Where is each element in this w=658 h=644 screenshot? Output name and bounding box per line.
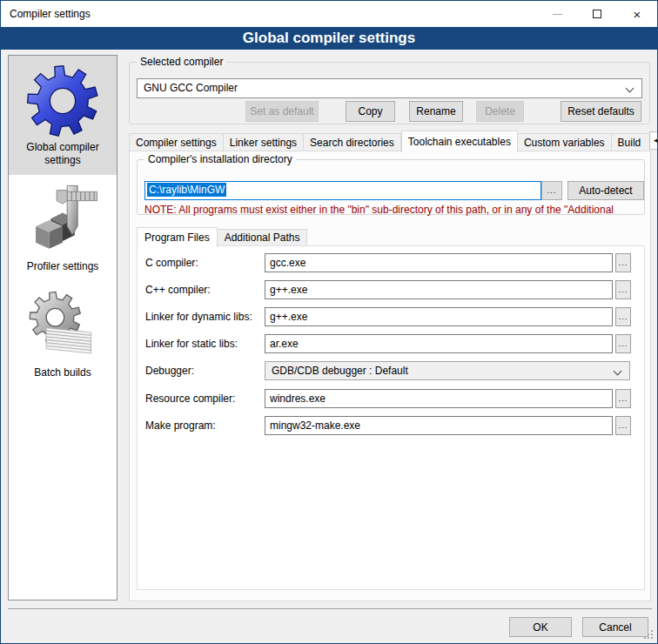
- chevron-down-icon: [614, 367, 622, 376]
- auto-detect-button[interactable]: Auto-detect: [567, 181, 644, 200]
- tab-compiler-settings[interactable]: Compiler settings: [129, 133, 224, 151]
- debugger-select[interactable]: GDB/CDB debugger : Default: [265, 361, 630, 380]
- browse-button[interactable]: ...: [615, 307, 631, 326]
- ok-button[interactable]: OK: [509, 617, 572, 637]
- field-row-cpp-compiler: C++ compiler: ...: [138, 280, 644, 299]
- cancel-button[interactable]: Cancel: [582, 617, 648, 637]
- tab-scroll-left-button[interactable]: ◄: [649, 131, 658, 150]
- field-label: Linker for dynamic libs:: [145, 311, 252, 323]
- field-row-debugger: Debugger: GDB/CDB debugger : Default: [138, 361, 644, 380]
- title-bar: Compiler settings ×: [1, 1, 657, 27]
- tab-custom-variables[interactable]: Custom variables: [518, 133, 612, 151]
- resource-compiler-input[interactable]: [265, 389, 613, 408]
- close-icon: ×: [634, 7, 641, 22]
- compiler-select-value: GNU GCC Compiler: [144, 82, 238, 94]
- sidebar-item-global-compiler-settings[interactable]: Global compiler settings: [9, 56, 117, 175]
- minimize-button[interactable]: [537, 1, 577, 27]
- blue-gear-icon: [25, 64, 100, 138]
- caption-buttons: ×: [537, 1, 657, 27]
- browse-button[interactable]: ...: [615, 253, 631, 272]
- field-label: Debugger:: [145, 365, 194, 377]
- browse-button[interactable]: ...: [615, 389, 631, 408]
- tab-build-options[interactable]: Build: [612, 133, 648, 151]
- minimize-icon: [553, 14, 562, 15]
- field-row-static-linker: Linker for static libs: ...: [138, 334, 644, 353]
- sidebar-item-label: Global compiler settings: [17, 141, 108, 167]
- window-title: Compiler settings: [1, 8, 91, 20]
- field-label: Resource compiler:: [145, 392, 235, 405]
- tab-program-files[interactable]: Program Files: [137, 227, 218, 247]
- tab-toolchain-executables[interactable]: Toolchain executables: [401, 131, 518, 152]
- make-program-input[interactable]: [265, 416, 613, 435]
- gear-stack-icon: [25, 289, 100, 364]
- installation-directory-input[interactable]: C:\raylib\MinGW: [144, 181, 541, 200]
- toolchain-executables-page: Compiler's installation directory C:\ray…: [129, 151, 651, 601]
- delete-button[interactable]: Delete: [476, 101, 524, 122]
- sidebar-item-label: Profiler settings: [9, 260, 117, 273]
- tab-linker-settings[interactable]: Linker settings: [224, 133, 304, 151]
- browse-button[interactable]: ...: [615, 334, 631, 353]
- set-as-default-button[interactable]: Set as default: [245, 101, 319, 122]
- installation-directory-group: Compiler's installation directory C:\ray…: [137, 159, 645, 215]
- tab-search-directories[interactable]: Search directories: [304, 133, 401, 151]
- maximize-icon: [593, 10, 601, 18]
- field-row-resource-compiler: Resource compiler: ...: [138, 389, 644, 408]
- caliper-icon: [25, 183, 100, 258]
- dialog-header: Global compiler settings: [1, 27, 657, 50]
- browse-button[interactable]: ...: [615, 280, 631, 299]
- note-text: NOTE: All programs must exist either in …: [144, 204, 648, 216]
- field-label: Make program:: [145, 419, 216, 432]
- copy-button[interactable]: Copy: [346, 101, 395, 122]
- dialog-body: Global compiler settings Profiler settin…: [1, 50, 657, 643]
- tab-additional-paths[interactable]: Additional Paths: [218, 229, 308, 246]
- selected-compiler-group: Selected compiler GNU GCC Compiler Set a…: [129, 62, 650, 124]
- debugger-select-value: GDB/CDB debugger : Default: [272, 365, 408, 377]
- field-label: C++ compiler:: [145, 284, 211, 296]
- field-row-c-compiler: C compiler: ...: [138, 253, 644, 272]
- close-button[interactable]: ×: [617, 1, 657, 27]
- dynamic-linker-input[interactable]: [265, 307, 613, 326]
- maximize-button[interactable]: [577, 1, 617, 27]
- settings-tabstrip: Compiler settings Linker settings Search…: [129, 130, 658, 151]
- compiler-select[interactable]: GNU GCC Compiler: [137, 78, 642, 98]
- reset-defaults-button[interactable]: Reset defaults: [561, 101, 641, 122]
- tab-scroll-buttons: ◄ ►: [649, 131, 658, 150]
- installation-directory-value: C:\raylib\MinGW: [147, 183, 226, 197]
- arrow-left-icon: ◄: [653, 137, 658, 144]
- field-label: C compiler:: [145, 257, 198, 269]
- compiler-settings-dialog: Compiler settings × Global compiler sett…: [0, 0, 658, 644]
- sidebar-item-batch-builds[interactable]: Batch builds: [9, 281, 117, 387]
- programs-subtabs: Program Files Additional Paths: [137, 226, 307, 246]
- c-compiler-input[interactable]: [265, 253, 613, 272]
- cpp-compiler-input[interactable]: [265, 280, 613, 299]
- program-files-page: C compiler: ... C++ compiler: ... Linker…: [137, 245, 645, 590]
- category-list: Global compiler settings Profiler settin…: [8, 55, 118, 600]
- sidebar-item-label: Batch builds: [9, 366, 117, 379]
- browse-directory-button[interactable]: ...: [541, 181, 562, 200]
- chevron-down-icon: [626, 84, 634, 93]
- resize-grip[interactable]: [651, 637, 653, 639]
- field-row-make-program: Make program: ...: [138, 416, 644, 435]
- selected-compiler-group-label: Selected compiler: [137, 56, 226, 68]
- sidebar-item-profiler-settings[interactable]: Profiler settings: [9, 175, 117, 281]
- installation-directory-group-label: Compiler's installation directory: [144, 153, 296, 165]
- browse-button[interactable]: ...: [615, 416, 631, 435]
- static-linker-input[interactable]: [265, 334, 613, 353]
- rename-button[interactable]: Rename: [409, 101, 463, 122]
- field-row-dynamic-linker: Linker for dynamic libs: ...: [138, 307, 644, 326]
- field-label: Linker for static libs:: [145, 338, 238, 350]
- footer-divider: [8, 608, 652, 609]
